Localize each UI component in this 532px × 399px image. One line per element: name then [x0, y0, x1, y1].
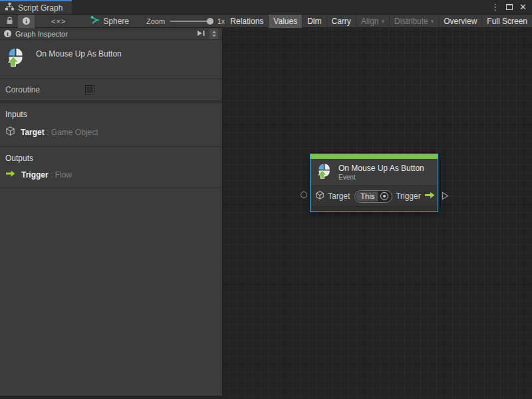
mouse-up-event-icon: [5, 47, 27, 70]
chevron-down-icon: ▾: [431, 18, 434, 25]
target-value-field[interactable]: This: [354, 190, 392, 203]
port-name: Target: [21, 128, 45, 137]
graph-toolbar: i <×> Sphere Zoom 1x Relations Values Di…: [0, 15, 532, 28]
overview-button[interactable]: Overview: [438, 15, 481, 28]
dim-button[interactable]: Dim: [302, 15, 326, 28]
object-picker-icon[interactable]: [380, 192, 388, 200]
zoom-level: 1x: [217, 17, 225, 25]
game-object-cube-icon: [5, 126, 15, 138]
port-name: Trigger: [21, 170, 49, 180]
port-type: : Game Object: [47, 128, 98, 137]
node-ports-row: Target This Trigger: [311, 186, 438, 206]
game-object-cube-icon: [315, 190, 325, 202]
dock-icon[interactable]: [196, 28, 205, 40]
event-node-on-mouse-up-as-button[interactable]: On Mouse Up As Button Event Target This …: [310, 154, 438, 212]
maximize-icon[interactable]: [506, 4, 513, 10]
panel-title: Graph Inspector: [15, 30, 192, 38]
node-header[interactable]: On Mouse Up As Button Event: [311, 159, 438, 186]
tab-title: Script Graph: [18, 3, 63, 13]
coroutine-label: Coroutine: [5, 85, 85, 94]
menu-icon[interactable]: ⋮: [491, 3, 499, 11]
info-icon: i: [4, 30, 11, 37]
graph-context-breadcrumb[interactable]: Sphere: [90, 15, 129, 27]
graph-hierarchy-icon: [5, 3, 14, 13]
zoom-slider[interactable]: [170, 21, 212, 22]
trigger-port-label: Trigger: [396, 192, 421, 201]
toolbar-toggle-group: Relations Values Dim Carry Align ▾ Distr…: [225, 15, 532, 28]
window-controls: ⋮ ✕: [491, 0, 532, 14]
output-port-row: Trigger : Flow: [5, 170, 217, 180]
target-port-label: Target: [328, 192, 350, 201]
outputs-heading: Outputs: [5, 154, 217, 163]
close-icon[interactable]: ✕: [519, 3, 527, 11]
input-port-handle[interactable]: [301, 192, 307, 198]
coroutine-row: Coroutine: [0, 79, 222, 101]
unit-title: On Mouse Up As Button: [36, 47, 122, 59]
align-dropdown[interactable]: Align ▾: [356, 15, 389, 28]
panel-scrubber[interactable]: [209, 29, 218, 39]
node-footer: [311, 206, 438, 211]
node-accent-bar: [311, 154, 438, 159]
context-label: Sphere: [103, 17, 129, 26]
graph-inspector-panel: i Graph Inspector On Mouse Up As Button …: [0, 28, 223, 396]
info-icon: i: [23, 17, 30, 25]
lock-icon: [6, 15, 13, 27]
output-port-handle[interactable]: [442, 191, 449, 203]
input-port-row: Target : Game Object: [5, 126, 217, 138]
relations-button[interactable]: Relations: [225, 15, 268, 28]
node-subtitle: Event: [338, 174, 424, 181]
outputs-section: Outputs Trigger : Flow: [0, 147, 222, 188]
distribute-dropdown[interactable]: Distribute ▾: [389, 15, 438, 28]
mouse-up-event-icon: [316, 162, 333, 182]
code-view-button[interactable]: <×>: [47, 15, 70, 28]
full-screen-button[interactable]: Full Screen: [481, 15, 532, 28]
port-type: : Flow: [51, 170, 72, 180]
window-tab-bar: Script Graph ⋮ ✕: [0, 0, 532, 15]
lock-button[interactable]: [1, 15, 18, 28]
tab-script-graph[interactable]: Script Graph: [0, 0, 72, 14]
unit-summary: On Mouse Up As Button: [0, 40, 222, 79]
coroutine-checkbox[interactable]: [85, 85, 94, 94]
zoom-label: Zoom: [146, 17, 165, 25]
carry-button[interactable]: Carry: [327, 15, 356, 28]
values-button[interactable]: Values: [268, 15, 302, 28]
graph-asset-icon: [90, 15, 100, 27]
inputs-heading: Inputs: [5, 110, 217, 119]
inspector-toggle-button[interactable]: i: [18, 15, 35, 28]
inputs-section: Inputs Target : Game Object: [0, 103, 222, 147]
target-value: This: [356, 192, 378, 201]
flow-arrow-icon: [424, 191, 436, 201]
node-title: On Mouse Up As Button: [338, 164, 424, 173]
graph-canvas[interactable]: On Mouse Up As Button Event Target This …: [223, 28, 532, 399]
chevron-down-icon: ▾: [382, 18, 385, 25]
zoom-slider-handle[interactable]: [207, 18, 213, 25]
code-icon: <×>: [51, 17, 66, 25]
graph-inspector-header: i Graph Inspector: [0, 28, 222, 40]
flow-arrow-icon: [5, 170, 16, 180]
panel-bottom-edge: [0, 396, 223, 399]
